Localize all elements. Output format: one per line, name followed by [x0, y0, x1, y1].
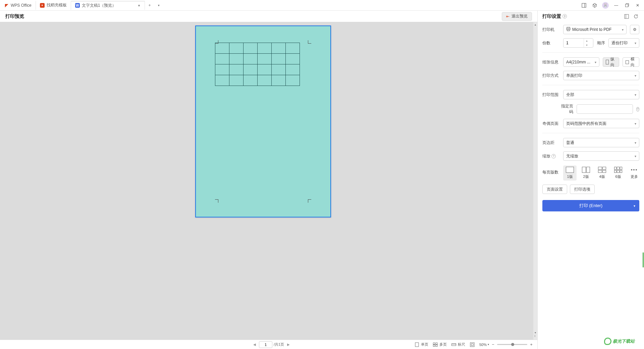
- panel-layout-icon[interactable]: [623, 13, 630, 20]
- svg-rect-14: [471, 344, 473, 346]
- maximize-button[interactable]: [622, 1, 632, 10]
- crop-mark-icon: [308, 40, 311, 44]
- portrait-button[interactable]: 纵向: [603, 57, 619, 67]
- spinner-down-icon[interactable]: ▼: [584, 43, 590, 47]
- close-button[interactable]: ✕: [633, 1, 643, 10]
- layout-2up[interactable]: 2版: [579, 165, 593, 181]
- zoom-in-button[interactable]: +: [529, 342, 534, 347]
- print-button[interactable]: 打印 (Enter) ▾: [542, 200, 639, 211]
- page-input[interactable]: [259, 341, 272, 348]
- exit-preview-button[interactable]: ⇤ 退出预览: [502, 12, 532, 21]
- layout-1up[interactable]: 1版: [563, 165, 577, 181]
- multi-page-view[interactable]: 多页: [433, 342, 447, 347]
- wps-logo-icon: ◤: [4, 3, 9, 8]
- chevron-down-icon: ▾: [622, 28, 624, 32]
- single-page-view[interactable]: 单页: [415, 342, 428, 347]
- landscape-button[interactable]: 横向: [623, 57, 639, 67]
- panel-toggle-icon[interactable]: [579, 1, 589, 10]
- fit-page-icon: [470, 342, 475, 347]
- landscape-icon: [626, 60, 629, 64]
- page-setup-button[interactable]: 页面设置: [542, 185, 567, 194]
- svg-rect-13: [470, 343, 474, 347]
- minimize-button[interactable]: —: [611, 1, 621, 10]
- printer-icon: [566, 27, 571, 32]
- copies-spinner[interactable]: ▲▼: [563, 38, 593, 48]
- svg-rect-4: [433, 343, 435, 344]
- margin-select[interactable]: 普通 ▾: [563, 138, 639, 147]
- duplex-select[interactable]: 单面打印 ▾: [563, 71, 639, 80]
- next-page-button[interactable]: ▶: [285, 342, 291, 348]
- zoom-out-button[interactable]: −: [490, 342, 496, 347]
- new-tab-button[interactable]: ＋: [145, 1, 154, 10]
- statusbar: ◀ /共1页 ▶ 单页 多页 标尺: [0, 340, 537, 349]
- specify-pages-input[interactable]: [577, 104, 633, 114]
- scroll-menu-icon[interactable]: ⠇: [533, 335, 537, 340]
- page-total: /共1页: [274, 342, 284, 347]
- canvas-area[interactable]: ▴ ▾ ⠇: [0, 22, 537, 340]
- settings-header: 打印设置 ?: [538, 11, 644, 22]
- crop-mark-icon: [308, 199, 311, 203]
- tab-modified-indicator: [138, 5, 140, 6]
- tab-list-dropdown[interactable]: ▾: [154, 1, 164, 10]
- scroll-up-icon[interactable]: ▴: [533, 22, 537, 27]
- paper-select[interactable]: A4(210mm ... ▾: [563, 57, 599, 67]
- fit-page-button[interactable]: [470, 342, 475, 347]
- layout-6up-icon: [614, 167, 622, 173]
- spinner-up-icon[interactable]: ▲: [584, 39, 590, 43]
- ruler-icon: [451, 342, 456, 347]
- vertical-scrollbar[interactable]: ▴ ▾ ⠇: [533, 22, 537, 340]
- prev-page-button[interactable]: ◀: [252, 342, 258, 348]
- zoom-slider[interactable]: [497, 344, 527, 345]
- order-select[interactable]: 逐份打印 ▾: [608, 38, 639, 48]
- settings-body: 打印机 Microsoft Print to PDF ▾ ⚙ 份数 ▲▼ 顺序 …: [538, 22, 644, 214]
- chevron-down-icon: ▾: [635, 41, 636, 45]
- zoom-thumb[interactable]: [511, 343, 514, 346]
- settings-title: 打印设置 ?: [542, 13, 567, 19]
- help-icon[interactable]: ?: [562, 14, 567, 18]
- paper-label: 纸张信息: [542, 59, 560, 65]
- chevron-down-icon: ▾: [635, 122, 636, 126]
- printer-settings-button[interactable]: ⚙: [630, 25, 639, 34]
- layout-6up[interactable]: 6版: [611, 165, 625, 181]
- zoom-dropdown[interactable]: 50%▾: [479, 343, 489, 347]
- svg-rect-3: [415, 343, 419, 347]
- copies-label: 份数: [542, 40, 560, 46]
- exit-icon: ⇤: [506, 14, 509, 19]
- printer-select[interactable]: Microsoft Print to PDF ▾: [563, 25, 627, 34]
- help-icon[interactable]: ?: [636, 107, 639, 111]
- svg-rect-15: [625, 14, 629, 18]
- user-avatar[interactable]: 🐰: [600, 1, 610, 10]
- layout-more[interactable]: ••• 更多: [628, 165, 641, 181]
- tab-document[interactable]: W 文字文稿1（预览）: [71, 1, 145, 10]
- cube-icon[interactable]: [590, 1, 600, 10]
- doc-icon: W: [75, 3, 80, 8]
- divider: [542, 52, 639, 53]
- scale-label: 缩放?: [542, 153, 560, 159]
- refresh-icon[interactable]: [633, 13, 639, 20]
- titlebar-right: 🐰 — ✕: [579, 1, 644, 10]
- divider: [542, 133, 639, 133]
- chevron-down-icon: ▾: [635, 154, 636, 158]
- scale-select[interactable]: 无缩放 ▾: [563, 151, 639, 161]
- template-icon: ✦: [40, 3, 45, 8]
- crop-mark-icon: [215, 199, 218, 203]
- chevron-down-icon[interactable]: ▾: [634, 204, 635, 208]
- chevron-down-icon: ▾: [635, 74, 636, 78]
- scroll-down-icon[interactable]: ▾: [533, 330, 537, 335]
- svg-rect-7: [436, 345, 437, 346]
- tab-label: 找稻壳模板: [47, 2, 67, 8]
- ruler-toggle[interactable]: 标尺: [451, 342, 465, 347]
- oddeven-select[interactable]: 页码范围中的所有页面 ▾: [563, 119, 639, 128]
- divider: [542, 85, 639, 85]
- tab-templates[interactable]: ✦ 找稻壳模板: [36, 1, 71, 10]
- help-icon[interactable]: ?: [551, 154, 556, 158]
- tab-wps-home[interactable]: ◤ WPS Office: [0, 1, 36, 10]
- page-preview: [195, 26, 331, 217]
- copies-input[interactable]: [564, 41, 584, 45]
- layout-4up[interactable]: 4版: [595, 165, 609, 181]
- svg-rect-6: [433, 345, 435, 346]
- range-select[interactable]: 全部 ▾: [563, 90, 639, 99]
- document-table: [215, 43, 300, 86]
- print-options-button[interactable]: 打印选项: [570, 185, 595, 194]
- page-navigation: ◀ /共1页 ▶: [252, 341, 291, 348]
